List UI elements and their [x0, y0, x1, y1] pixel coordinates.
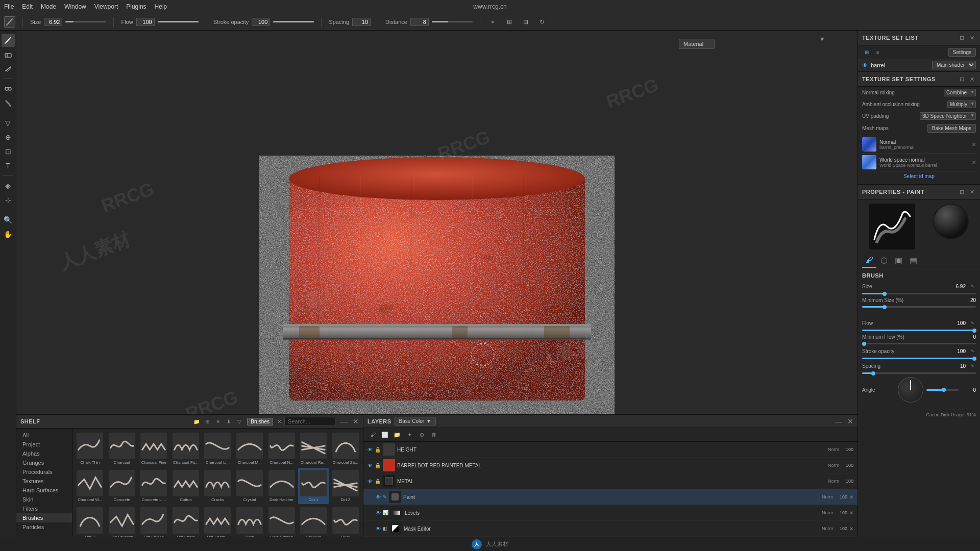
shelf-cat-all[interactable]: All: [16, 431, 72, 440]
color-picker-tool[interactable]: ◈: [2, 179, 15, 192]
brush-tab-texture[interactable]: ▣: [892, 254, 905, 268]
shelf-icon-import[interactable]: ⬇: [224, 417, 233, 426]
uv-padding-dropdown[interactable]: 3D Space Neighbor: [920, 112, 976, 120]
stroke-slider[interactable]: [273, 21, 314, 22]
brush-sphere-preview[interactable]: [933, 204, 969, 239]
prop-minflow-value[interactable]: 0: [962, 334, 976, 340]
brush-item-22[interactable]: Dirt Spots...: [202, 505, 233, 537]
prop-angle-value[interactable]: 0: [962, 387, 976, 393]
tss-close-icon[interactable]: ✕: [968, 75, 976, 83]
brush-item-12[interactable]: Cotton: [170, 468, 202, 504]
bake-mesh-maps-button[interactable]: Bake Mesh Maps: [927, 124, 976, 133]
shelf-cat-particles[interactable]: Particles: [16, 522, 72, 532]
brush-item-8[interactable]: Charcoal Str...: [330, 431, 361, 467]
prop-minsize-slider[interactable]: [862, 306, 976, 308]
brush-item-16[interactable]: Dirt 1: [298, 468, 329, 504]
shelf-cat-project[interactable]: Project: [16, 440, 72, 449]
layer-levels-eye[interactable]: 👁: [376, 510, 381, 516]
layers-delete-icon[interactable]: 🗑: [429, 430, 439, 440]
brushes-close-x[interactable]: ✕: [277, 419, 281, 424]
brush-item-19[interactable]: Dirt Brushed: [107, 505, 138, 537]
shelf-cat-grunges[interactable]: Grunges: [16, 458, 72, 467]
shelf-cat-skin[interactable]: Skin: [16, 495, 72, 504]
layers-minimize-btn[interactable]: —: [835, 417, 842, 425]
tsl-view-icon-1[interactable]: ⊞: [862, 47, 871, 57]
layer-paint-opacity[interactable]: 100: [835, 494, 847, 499]
brush-item-10[interactable]: Concrete: [107, 468, 138, 504]
layer-metal-name[interactable]: METAL: [397, 479, 826, 484]
normal-mixing-dropdown[interactable]: Combine: [944, 89, 976, 96]
layer-height-name[interactable]: HEIGHT: [397, 447, 826, 453]
layer-metal-opacity[interactable]: 100: [841, 479, 853, 484]
size-slider[interactable]: [65, 21, 106, 22]
brush-item-24[interactable]: Dots Erased: [266, 505, 297, 537]
menu-viewport[interactable]: Viewport: [94, 3, 118, 10]
paint-brush-tool[interactable]: [2, 34, 15, 47]
ao-mixing-dropdown[interactable]: Multiply: [947, 101, 976, 108]
layers-duplicate-icon[interactable]: ⊕: [416, 430, 427, 440]
layers-close-btn[interactable]: ✕: [847, 417, 853, 425]
layer-barrelbot-eye[interactable]: 👁: [368, 463, 373, 468]
tsl-close-icon[interactable]: ✕: [968, 34, 976, 42]
layer-mask-name[interactable]: Mask Editor: [404, 526, 820, 532]
polygon-tool[interactable]: ▽: [2, 116, 15, 130]
brush-item-25[interactable]: Dry Mud: [298, 505, 329, 537]
menu-window[interactable]: Window: [64, 3, 86, 10]
layers-add-folder-icon[interactable]: 📁: [392, 430, 402, 440]
spacing-value[interactable]: 10: [352, 18, 371, 26]
toolbar-rotate-icon[interactable]: ↻: [536, 16, 548, 28]
shelf-search-input[interactable]: [284, 417, 335, 426]
prop-spacing-edit[interactable]: ✎: [969, 362, 976, 369]
layer-levels-opacity[interactable]: 100: [835, 510, 847, 515]
flow-value[interactable]: 100: [136, 18, 155, 26]
menu-edit[interactable]: Edit: [22, 3, 33, 10]
brush-item-1[interactable]: Charcoal: [107, 431, 138, 467]
prop-stroke-value[interactable]: 100: [951, 348, 966, 354]
layer-metal-lock[interactable]: 🔒: [375, 479, 381, 484]
clone-tool[interactable]: [2, 82, 15, 95]
layer-height-opacity[interactable]: 100: [841, 447, 853, 452]
layer-levels-delete[interactable]: ✕: [849, 510, 853, 516]
brushes-type-button[interactable]: Brushes: [247, 418, 273, 425]
zoom-tool[interactable]: 🔍: [2, 213, 15, 227]
barrel-name[interactable]: barrel: [871, 62, 929, 68]
layer-barrelbot-lock[interactable]: 🔒: [375, 463, 381, 468]
brush-item-15[interactable]: Dark Hatcher: [266, 468, 297, 504]
brush-item-17[interactable]: Dirt 2: [330, 468, 361, 504]
layer-paint-delete[interactable]: ✕: [849, 494, 853, 500]
brush-item-6[interactable]: Charcoal N...: [266, 431, 297, 467]
brush-item-14[interactable]: Crystal: [234, 468, 265, 504]
brush-item-20[interactable]: Dirt Splash: [138, 505, 169, 537]
prop-spacing-value[interactable]: 10: [951, 363, 966, 369]
flow-slider[interactable]: [158, 21, 199, 22]
smudge-tool[interactable]: [2, 62, 15, 76]
layer-metal-eye[interactable]: 👁: [368, 479, 373, 484]
shelf-icon-list[interactable]: ≡: [213, 417, 223, 426]
brush-item-11[interactable]: Concrete Li...: [138, 468, 169, 504]
toolbar-symmetry-icon[interactable]: ⊞: [504, 16, 515, 28]
brush-tab-dynamics[interactable]: ▤: [906, 254, 920, 268]
layer-paint-name[interactable]: Paint: [403, 494, 820, 500]
shelf-cat-alphas[interactable]: Alphas: [16, 449, 72, 458]
brush-item-7[interactable]: Charcoal Ra...: [298, 431, 329, 467]
shelf-cat-filters[interactable]: Filters: [16, 504, 72, 513]
layer-levels-name[interactable]: Levels: [405, 510, 820, 516]
layer-barrelbot-name[interactable]: BARRELBOT RED PAINTED METAL: [397, 463, 826, 468]
layer-barrelbot-opacity[interactable]: 100: [841, 463, 853, 468]
brush-item-2[interactable]: Charcoal Fine: [138, 431, 169, 467]
prop-angle-slider[interactable]: [926, 389, 959, 391]
size-value[interactable]: 6.92: [44, 18, 62, 26]
layers-add-effect-icon[interactable]: ✦: [404, 430, 414, 440]
brush-item-21[interactable]: Dirt Spots: [170, 505, 202, 537]
tss-restore-icon[interactable]: ⊡: [958, 75, 966, 83]
layer-paint-eye[interactable]: 👁: [376, 494, 381, 500]
brush-tool-icon[interactable]: [4, 16, 15, 28]
barrel-eye-icon[interactable]: 👁: [862, 62, 868, 68]
layer-mask-delete[interactable]: ✕: [849, 526, 853, 532]
layers-channel-button[interactable]: Base Color ▼: [395, 417, 436, 425]
brush-tab-settings[interactable]: ⬡: [877, 254, 891, 268]
stroke-value[interactable]: 100: [252, 18, 270, 26]
menu-help[interactable]: Help: [155, 3, 167, 10]
layer-height-lock[interactable]: 🔒: [375, 447, 381, 453]
prop-stroke-slider[interactable]: [862, 358, 976, 359]
